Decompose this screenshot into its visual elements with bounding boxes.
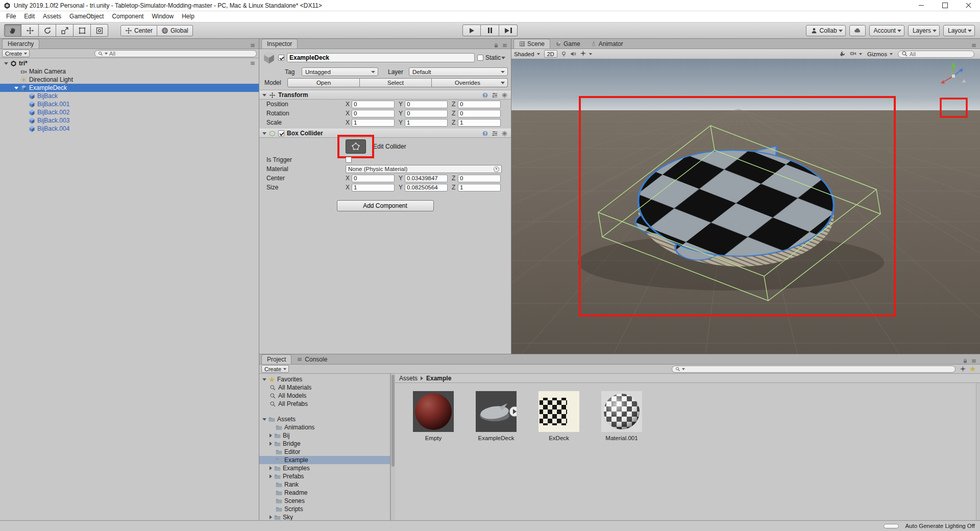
position-z-field[interactable] <box>458 101 501 108</box>
scene-options-icon[interactable] <box>250 60 256 66</box>
favorites-row[interactable]: Favorites <box>259 375 390 383</box>
hierarchy-item-bijback-003[interactable]: BijBack.003 <box>0 116 259 125</box>
model-select-button[interactable]: Select <box>360 78 432 87</box>
center-z-field[interactable] <box>458 175 501 182</box>
scale-tool-button[interactable] <box>56 24 74 37</box>
camera-settings-dropdown[interactable] <box>850 50 863 58</box>
folder-example[interactable]: Example <box>259 456 390 464</box>
folder-bij[interactable]: Bij <box>259 431 390 440</box>
foldout-open-icon[interactable] <box>262 94 266 96</box>
effects-dropdown[interactable] <box>580 50 593 58</box>
project-content-scrollbar[interactable] <box>976 383 980 521</box>
auto-generate-lighting-status[interactable]: Auto Generate Lighting Off <box>905 523 975 529</box>
assets-root-row[interactable]: Assets <box>259 415 390 423</box>
thumbnail-size-slider[interactable] <box>884 524 899 528</box>
search-filter-arrow-icon[interactable] <box>682 368 685 370</box>
scene-audio-icon[interactable] <box>570 51 577 57</box>
foldout-closed-icon[interactable] <box>270 515 272 519</box>
folder-animations[interactable]: Animations <box>259 423 390 431</box>
search-by-type-icon[interactable] <box>960 366 966 372</box>
box-collider-component-header[interactable]: Box Collider <box>259 129 511 138</box>
rotation-z-field[interactable] <box>458 110 501 117</box>
hierarchy-search[interactable] <box>94 50 257 57</box>
play-button[interactable] <box>462 25 481 36</box>
maximize-button[interactable] <box>933 0 957 11</box>
physic-material-field[interactable]: None (Physic Material) <box>346 165 502 173</box>
folder-bridge[interactable]: Bridge <box>259 440 390 448</box>
menu-assets[interactable]: Assets <box>39 11 65 22</box>
rotation-x-field[interactable] <box>352 110 395 117</box>
tab-console[interactable]: Console <box>291 354 332 364</box>
model-overrides-dropdown[interactable]: Overrides <box>432 78 508 87</box>
layers-dropdown[interactable]: Layers <box>908 25 940 36</box>
search-filter-arrow-icon[interactable] <box>105 53 108 55</box>
gear-icon[interactable] <box>501 130 508 137</box>
presets-icon[interactable] <box>492 92 498 99</box>
position-y-field[interactable] <box>405 101 448 108</box>
center-y-field[interactable] <box>405 175 448 182</box>
foldout-closed-icon[interactable] <box>270 442 272 446</box>
panel-menu-icon[interactable] <box>971 358 977 364</box>
tab-scene[interactable]: Scene <box>513 39 550 49</box>
breadcrumb-example[interactable]: Example <box>426 375 451 382</box>
hierarchy-item-bijback-004[interactable]: BijBack.004 <box>0 125 259 133</box>
foldout-closed-icon[interactable] <box>270 474 272 478</box>
folder-rank[interactable]: Rank <box>259 480 390 489</box>
hierarchy-tree[interactable]: tri* Main Camera Directional Light Examp… <box>0 58 259 133</box>
tab-hierarchy[interactable]: Hierarchy <box>2 39 39 49</box>
static-dropdown[interactable]: Static <box>485 54 508 61</box>
hierarchy-item-bijback[interactable]: BijBack <box>0 92 259 100</box>
is-trigger-checkbox[interactable] <box>346 157 352 163</box>
folder-examples[interactable]: Examples <box>259 464 390 472</box>
minimize-button[interactable] <box>910 0 933 11</box>
model-open-button[interactable]: Open <box>287 78 360 87</box>
favorites-all-prefabs[interactable]: All Prefabs <box>259 400 390 408</box>
size-z-field[interactable] <box>458 184 501 191</box>
menu-gameobject[interactable]: GameObject <box>65 11 108 22</box>
menu-component[interactable]: Component <box>108 11 148 22</box>
breadcrumb-assets[interactable]: Assets <box>399 375 418 382</box>
step-button[interactable] <box>499 25 518 36</box>
project-folder-tree[interactable]: Favorites All Materials All Models All P… <box>259 374 390 521</box>
folder-editor[interactable]: Editor <box>259 448 390 456</box>
asset-grid[interactable]: Empty ExampleDeck <box>395 383 980 521</box>
panel-menu-icon[interactable] <box>971 42 977 49</box>
transform-component-header[interactable]: Transform <box>259 90 511 100</box>
gameobject-name-field[interactable] <box>287 53 475 62</box>
scene-lighting-icon[interactable] <box>560 51 567 57</box>
tab-animator[interactable]: Animator <box>585 39 628 49</box>
active-checkbox[interactable] <box>278 55 284 61</box>
menu-file[interactable]: File <box>2 11 20 22</box>
foldout-open-icon[interactable] <box>262 132 266 135</box>
scene-viewport[interactable] <box>511 59 980 354</box>
tag-dropdown[interactable]: Untagged <box>302 67 378 76</box>
favorites-all-models[interactable]: All Models <box>259 392 390 400</box>
project-create-dropdown[interactable]: Create <box>261 365 289 373</box>
menu-help[interactable]: Help <box>178 11 199 22</box>
foldout-open-icon[interactable] <box>262 418 266 421</box>
favorites-all-materials[interactable]: All Materials <box>259 383 390 392</box>
shading-mode-dropdown[interactable]: Shaded <box>514 51 541 57</box>
folder-readme[interactable]: Readme <box>259 489 390 497</box>
gizmos-dropdown[interactable]: Gizmos <box>867 51 894 57</box>
folder-sky[interactable]: Sky <box>259 513 390 521</box>
space-toggle-button[interactable]: Global <box>157 25 193 36</box>
static-checkbox[interactable] <box>477 55 483 61</box>
rotate-tool-button[interactable] <box>39 24 56 37</box>
transform-tool-button[interactable] <box>91 24 108 37</box>
search-by-label-icon[interactable] <box>969 366 976 372</box>
foldout-closed-icon[interactable] <box>270 433 272 438</box>
lock-icon[interactable] <box>493 42 499 49</box>
help-icon[interactable] <box>482 92 488 99</box>
account-dropdown[interactable]: Account <box>869 25 904 36</box>
foldout-open-icon[interactable] <box>4 62 8 65</box>
hierarchy-create-dropdown[interactable]: Create <box>2 50 30 57</box>
project-tree-scrollbar[interactable] <box>390 374 395 521</box>
pivot-toggle-button[interactable]: Center <box>120 25 157 36</box>
panel-menu-icon[interactable] <box>502 42 508 49</box>
hierarchy-item-bijback-002[interactable]: BijBack.002 <box>0 108 259 116</box>
scale-z-field[interactable] <box>458 119 501 127</box>
hierarchy-search-input[interactable] <box>109 51 253 57</box>
asset-exdeck[interactable]: ExDeck <box>534 391 583 521</box>
cloud-button[interactable] <box>849 25 866 36</box>
